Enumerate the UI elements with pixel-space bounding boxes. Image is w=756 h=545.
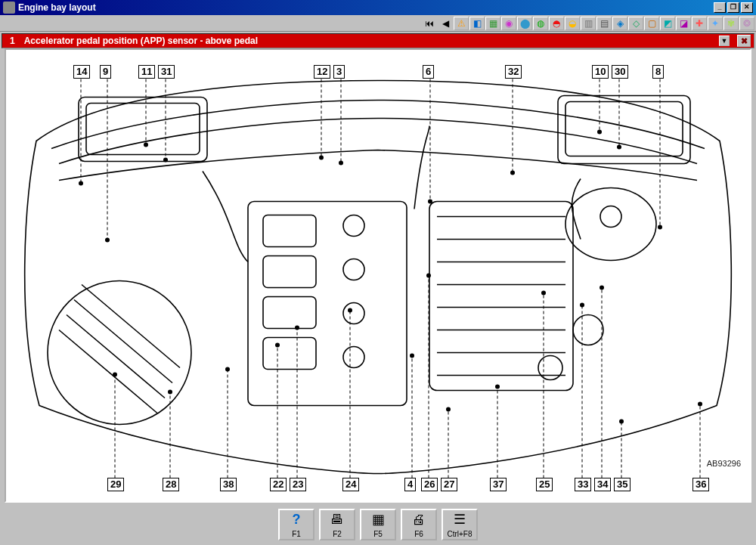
callout-23[interactable]: 23 [290, 478, 306, 491]
toolbar-button-12[interactable]: ◈ [612, 17, 627, 30]
svg-rect-5 [263, 215, 316, 247]
callout-38[interactable]: 38 [220, 478, 237, 491]
callout-27[interactable]: 27 [441, 478, 457, 491]
toolbar-button-5[interactable]: ◉ [501, 17, 516, 30]
toolbar-button-9[interactable]: ◒ [565, 17, 580, 30]
svg-point-17 [573, 315, 603, 345]
toolbar-button-11[interactable]: ▤ [596, 17, 612, 30]
svg-rect-6 [263, 256, 316, 288]
fkey-help-button[interactable]: ?F1 [278, 509, 314, 540]
toolbar-button-4[interactable]: ▦ [485, 17, 500, 30]
svg-point-14 [565, 188, 656, 261]
svg-rect-7 [263, 297, 316, 329]
svg-rect-3 [565, 102, 683, 156]
callout-6[interactable]: 6 [423, 65, 434, 79]
svg-point-18 [538, 356, 562, 380]
toolbar-button-20[interactable]: ❂ [739, 17, 754, 30]
dropdown-arrow-icon[interactable]: ▼ [719, 36, 730, 46]
fkey-list-button[interactable]: ☰Ctrl+F8 [442, 509, 478, 540]
main-toolbar: ⏮◀⚠◧▦◉⬤◍◓◒▥▤◈◇▢◩◪✚✦✾❂ [0, 15, 756, 32]
fkey-label: F6 [414, 530, 423, 538]
callout-22[interactable]: 22 [270, 478, 287, 491]
callout-29[interactable]: 29 [107, 478, 124, 491]
toolbar-button-10[interactable]: ▥ [581, 17, 596, 30]
callout-26[interactable]: 26 [421, 478, 438, 491]
callout-3[interactable]: 3 [333, 65, 345, 79]
svg-point-11 [343, 303, 364, 324]
fkey-printer-button[interactable]: 🖨F6 [401, 509, 437, 540]
svg-point-9 [343, 215, 364, 237]
toolbar-button-6[interactable]: ⬤ [517, 17, 532, 30]
panel-close-button[interactable]: ✖ [737, 35, 751, 47]
svg-rect-13 [429, 202, 573, 391]
toolbar-button-2[interactable]: ⚠ [454, 17, 469, 30]
callout-10[interactable]: 10 [592, 65, 609, 79]
svg-rect-1 [86, 104, 200, 155]
fkey-label: F2 [333, 530, 342, 538]
callout-25[interactable]: 25 [536, 478, 553, 491]
toolbar-button-3[interactable]: ◧ [469, 17, 485, 30]
toolbar-button-16[interactable]: ◪ [676, 17, 691, 30]
function-key-toolbar: ?F1🖶F2▦F5🖨F6☰Ctrl+F8 [0, 507, 756, 542]
svg-point-12 [343, 347, 364, 368]
fkey-label: Ctrl+F8 [447, 530, 472, 538]
component-index: 1 [5, 36, 20, 46]
toolbar-button-18[interactable]: ✦ [708, 17, 723, 30]
fkey-label: F1 [292, 530, 301, 538]
toolbar-button-7[interactable]: ◍ [533, 17, 548, 30]
svg-rect-2 [558, 96, 690, 164]
callout-12[interactable]: 12 [314, 65, 330, 79]
grid-icon: ▦ [372, 512, 385, 527]
diagram-frame: AB93296 14911311236321030829283822232442… [5, 48, 751, 503]
print-icon: 🖶 [330, 512, 344, 527]
toolbar-button-17[interactable]: ✚ [692, 17, 707, 30]
fkey-print-button[interactable]: 🖶F2 [319, 509, 355, 540]
toolbar-button-14[interactable]: ▢ [644, 17, 659, 30]
callout-8[interactable]: 8 [652, 65, 664, 79]
callout-33[interactable]: 33 [575, 478, 591, 491]
svg-rect-8 [263, 338, 316, 370]
callout-36[interactable]: 36 [692, 478, 709, 491]
diagram-id: AB93296 [707, 459, 741, 468]
help-icon: ? [293, 512, 301, 527]
callout-32[interactable]: 32 [505, 65, 522, 79]
minimize-button[interactable]: _ [714, 2, 726, 13]
callout-9[interactable]: 9 [100, 65, 111, 79]
fkey-label: F5 [373, 530, 383, 538]
titlebar: Engine bay layout _ ❐ ✕ [0, 0, 756, 15]
fkey-grid-button[interactable]: ▦F5 [360, 509, 396, 540]
close-button[interactable]: ✕ [741, 2, 753, 13]
engine-bay-svg [6, 50, 750, 501]
app-icon [3, 2, 15, 14]
callout-4[interactable]: 4 [404, 478, 416, 491]
callout-35[interactable]: 35 [614, 478, 631, 491]
toolbar-button-19[interactable]: ✾ [723, 17, 739, 30]
engine-bay-diagram: AB93296 14911311236321030829283822232442… [6, 50, 750, 501]
svg-point-10 [343, 259, 364, 280]
component-title: Accelerator pedal position (APP) sensor … [24, 36, 258, 46]
window-title: Engine bay layout [18, 2, 96, 13]
callout-24[interactable]: 24 [342, 478, 359, 491]
callout-28[interactable]: 28 [163, 478, 179, 491]
toolbar-button-13[interactable]: ◇ [628, 17, 643, 30]
svg-rect-4 [248, 202, 407, 406]
callout-37[interactable]: 37 [490, 478, 507, 491]
printer-icon: 🖨 [412, 512, 426, 527]
callout-34[interactable]: 34 [594, 478, 611, 491]
callout-11[interactable]: 11 [138, 65, 155, 79]
toolbar-button-8[interactable]: ◓ [549, 17, 564, 30]
component-title-bar: 1 Accelerator pedal position (APP) senso… [2, 33, 754, 48]
toolbar-button-1[interactable]: ◀ [438, 17, 453, 30]
callout-31[interactable]: 31 [158, 65, 175, 79]
toolbar-button-15[interactable]: ◩ [660, 17, 675, 30]
window-controls: _ ❐ ✕ [714, 2, 753, 13]
maximize-button[interactable]: ❐ [727, 2, 739, 13]
list-icon: ☰ [454, 512, 466, 527]
callout-14[interactable]: 14 [73, 65, 90, 79]
callout-30[interactable]: 30 [612, 65, 628, 79]
svg-point-16 [48, 281, 191, 425]
svg-point-15 [600, 206, 621, 228]
toolbar-button-0[interactable]: ⏮ [422, 17, 437, 30]
